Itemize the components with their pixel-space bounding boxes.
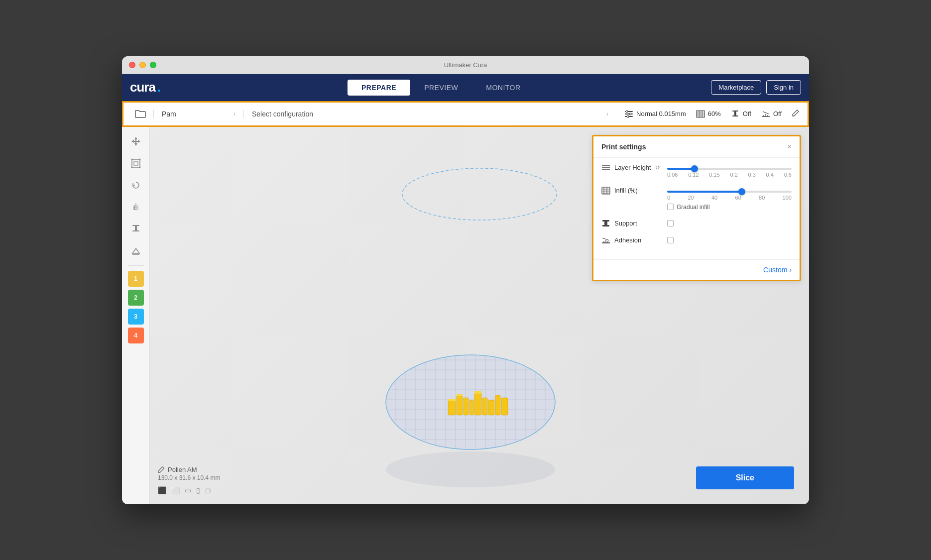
close-button[interactable] [129, 62, 135, 68]
support-setting: Off [731, 110, 751, 118]
config-label: Select configuration [252, 110, 313, 118]
custom-link-button[interactable]: Custom › [763, 266, 792, 274]
svg-point-28 [139, 166, 140, 168]
svg-rect-14 [732, 111, 738, 112]
gradual-infill-label: Gradual infill [677, 204, 710, 211]
support-settings-icon [601, 220, 610, 227]
model-name-label: Pollen AM [158, 466, 220, 473]
infill-labels: 0 20 40 60 80 100 [667, 195, 792, 201]
custom-link-label: Custom [763, 266, 787, 274]
sidebar-separator [128, 265, 144, 266]
infill-label-text: Infill (%) [614, 187, 638, 194]
adhesion-checkbox[interactable] [667, 237, 674, 243]
support-label-text: Support [614, 220, 637, 227]
extruder-1-badge[interactable]: 1 [128, 271, 144, 287]
mirror-tool-button[interactable] [126, 198, 145, 217]
view-3d-button[interactable]: ⬛ [158, 486, 166, 494]
svg-rect-69 [474, 393, 481, 415]
marketplace-button[interactable]: Marketplace [711, 80, 761, 95]
tab-prepare[interactable]: PREPARE [348, 80, 410, 96]
support-checkbox[interactable] [667, 220, 674, 226]
extruder-4-badge[interactable]: 4 [128, 328, 144, 343]
svg-rect-33 [135, 226, 137, 230]
quality-icon [624, 110, 633, 118]
toolbar: Pam ‹ Select configuration ‹ Normal 0.01… [122, 101, 809, 127]
svg-rect-89 [604, 222, 607, 225]
extruder-2-badge[interactable]: 2 [128, 290, 144, 306]
maximize-button[interactable] [150, 62, 156, 68]
print-settings-footer: Custom › [593, 259, 800, 280]
svg-rect-23 [132, 159, 140, 167]
tab-monitor[interactable]: MONITOR [472, 80, 534, 96]
configuration-section: Pam ‹ Select configuration ‹ [153, 110, 616, 118]
infill-slider-thumb[interactable] [738, 188, 745, 195]
window-title: Ultimaker Cura [444, 61, 487, 69]
scale-tool-button[interactable] [126, 154, 145, 173]
infill-icon [696, 110, 705, 118]
layer-height-slider-track[interactable] [667, 168, 792, 170]
layer-height-slider-fill [667, 168, 695, 170]
layer-height-labels: 0.06 0.12 0.15 0.2 0.3 0.4 0.6 [667, 172, 792, 178]
tab-preview[interactable]: PREVIEW [410, 80, 472, 96]
adhesion-row: Adhesion [601, 236, 792, 244]
select-config-dropdown[interactable]: Select configuration ‹ [243, 110, 616, 118]
layer-height-reset-icon[interactable]: ↺ [655, 164, 660, 171]
adhesion-label-text: Adhesion [614, 236, 641, 244]
support-label: Off [743, 110, 751, 117]
infill-label-container: Infill (%) [601, 187, 661, 195]
support-row: Support [601, 220, 792, 227]
print-settings-body: Layer Height ↺ 0.06 0.12 [593, 158, 800, 259]
layer-height-row: Layer Height ↺ 0.06 0.12 [601, 164, 792, 178]
svg-point-27 [131, 166, 132, 168]
infill-setting: 60% [696, 110, 721, 118]
svg-rect-68 [469, 400, 473, 415]
logo: cura . [130, 80, 161, 95]
support-icon [731, 110, 740, 118]
top-view-ellipse [400, 167, 559, 224]
printer-name-dropdown[interactable]: Pam ‹ [154, 110, 243, 118]
3d-viewport[interactable]: Pollen AM 130.0 x 31.6 x 10.4 mm ⬛ ⬜ ▭ ▯… [150, 127, 809, 504]
viewport-background: Pollen AM 130.0 x 31.6 x 10.4 mm ⬛ ⬜ ▭ ▯… [150, 127, 809, 504]
view-top-button[interactable]: ⬜ [171, 486, 180, 494]
surface-tool-button[interactable] [126, 241, 145, 260]
quality-label: Normal 0.015mm [636, 110, 686, 117]
svg-rect-90 [602, 225, 609, 226]
open-folder-button[interactable] [131, 105, 149, 123]
top-bar-actions: Marketplace Sign in [711, 80, 801, 95]
svg-point-26 [139, 158, 140, 160]
pencil-icon [792, 109, 800, 117]
edit-settings-button[interactable] [792, 109, 800, 119]
extruder-3-badge[interactable]: 3 [128, 309, 144, 325]
move-tool-button[interactable] [126, 132, 145, 151]
build-plate-area [381, 345, 560, 454]
gradual-infill-option: Gradual infill [667, 204, 792, 211]
adhesion-settings-icon [601, 236, 610, 244]
support-tool-button[interactable] [126, 220, 145, 238]
svg-rect-71 [488, 400, 494, 415]
svg-point-36 [402, 168, 557, 220]
svg-rect-74 [448, 399, 456, 401]
minimize-button[interactable] [139, 62, 146, 68]
infill-settings-icon [601, 187, 610, 195]
layer-height-text: Layer Height [614, 164, 651, 171]
svg-rect-66 [457, 395, 463, 415]
view-front-button[interactable]: ▭ [185, 486, 191, 494]
infill-label: 60% [708, 110, 721, 117]
print-settings-header: Print settings × [593, 136, 800, 158]
svg-rect-67 [464, 398, 468, 415]
model-name-text: Pollen AM [168, 466, 197, 473]
svg-rect-73 [501, 398, 508, 415]
view-right-button[interactable]: ◻ [205, 486, 211, 494]
view-left-button[interactable]: ▯ [196, 486, 200, 494]
layer-height-slider-thumb[interactable] [691, 165, 698, 172]
signin-button[interactable]: Sign in [766, 80, 801, 95]
nav-tabs: PREPARE PREVIEW MONITOR [171, 80, 711, 96]
slice-button[interactable]: Slice [696, 466, 794, 489]
left-sidebar: 1 2 3 4 [122, 127, 150, 504]
svg-rect-76 [474, 391, 481, 394]
rotate-tool-button[interactable] [126, 176, 145, 195]
gradual-infill-checkbox[interactable] [667, 204, 674, 210]
print-settings-close-button[interactable]: × [787, 142, 792, 151]
infill-slider-track[interactable] [667, 191, 792, 193]
svg-rect-15 [734, 112, 736, 115]
